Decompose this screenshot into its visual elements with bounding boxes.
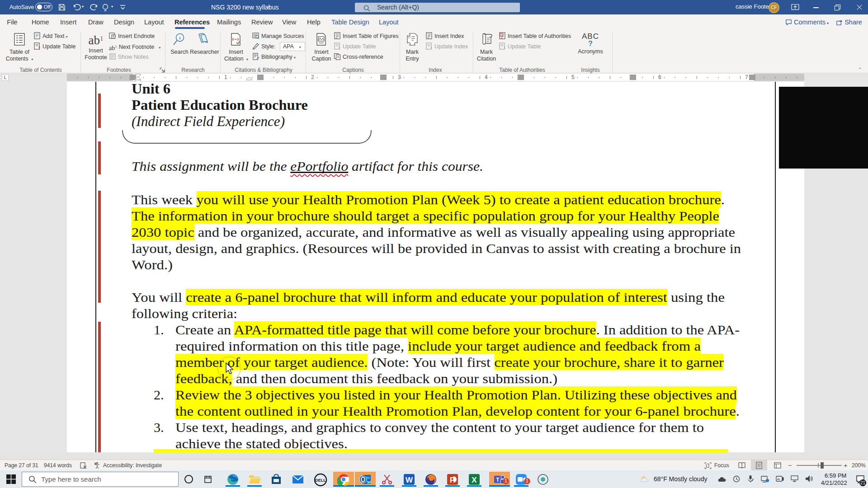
- svg-text:X: X: [472, 476, 477, 484]
- svg-text:DELL: DELL: [315, 478, 326, 483]
- svg-text:W: W: [406, 476, 413, 484]
- svg-text:T: T: [496, 477, 500, 483]
- svg-text:P: P: [450, 476, 455, 484]
